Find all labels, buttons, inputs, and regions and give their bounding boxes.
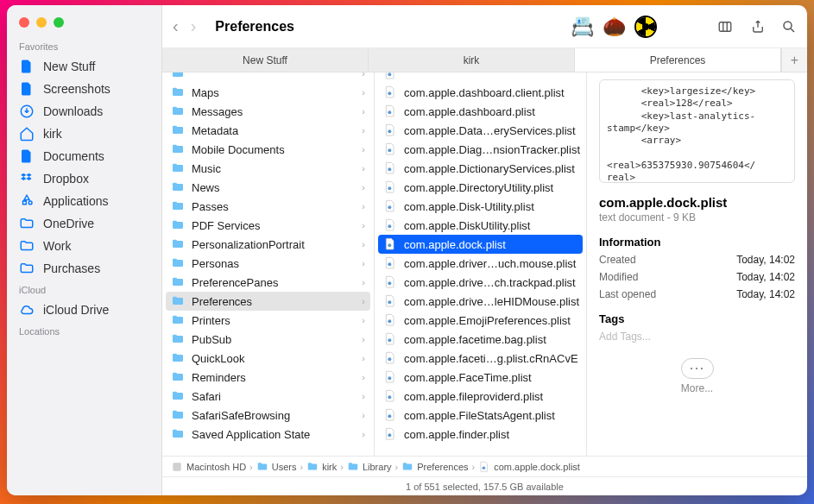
- file-row[interactable]: com.apple.faceti…g.plist.cRnACvE: [375, 349, 586, 368]
- plist-file-icon: [383, 294, 397, 308]
- acorn-app-icon[interactable]: 🌰: [603, 16, 626, 38]
- plist-file-icon: [383, 389, 397, 403]
- path-bar[interactable]: Macintosh HD›Users›kirk›Library›Preferen…: [162, 456, 807, 476]
- file-row[interactable]: com.apple.driver…uch.mouse.plist: [375, 254, 586, 273]
- folder-name: Maps: [192, 86, 219, 99]
- minimize-button[interactable]: [36, 17, 47, 28]
- sidebar-item[interactable]: Documents: [7, 145, 161, 167]
- folder-row[interactable]: Reminders›: [162, 368, 374, 387]
- folder-row[interactable]: Preferences›: [166, 292, 370, 311]
- file-row[interactable]: com.apple.FileStatsAgent.plist: [375, 406, 586, 425]
- folder-row[interactable]: PubSub›: [162, 330, 374, 349]
- folder-row[interactable]: Printers›: [162, 311, 374, 330]
- plist-file-icon: [383, 370, 397, 384]
- file-name: com.apple.facetime.bag.plist: [404, 333, 546, 346]
- file-row[interactable]: com.apple.drive…leHIDMouse.plist: [375, 292, 586, 311]
- status-bar: 1 of 551 selected, 157.5 GB available: [162, 476, 807, 495]
- folder-row[interactable]: PersonalizationPortrait›: [162, 235, 374, 254]
- sidebar-item[interactable]: kirk: [7, 123, 161, 145]
- file-row[interactable]: com.apple.fileproviderd.plist: [375, 387, 586, 406]
- sidebar-item[interactable]: Downloads: [7, 100, 161, 123]
- folder-row[interactable]: Mobile Documents›: [162, 140, 374, 159]
- more-actions-button[interactable]: ⋯: [681, 358, 714, 379]
- folder-row[interactable]: Metadata›: [162, 121, 374, 140]
- folder-row[interactable]: Saved Application State›: [162, 425, 374, 444]
- folder-row[interactable]: Maps›: [162, 83, 374, 102]
- zoom-button[interactable]: [54, 17, 64, 28]
- view-columns-button[interactable]: [716, 19, 735, 35]
- plist-file-icon: [383, 332, 397, 346]
- file-row[interactable]: com.apple.Data…eryServices.plist: [375, 121, 586, 140]
- share-button[interactable]: [750, 19, 766, 35]
- forward-button[interactable]: ›: [191, 16, 197, 36]
- chevron-right-icon: ›: [362, 182, 365, 192]
- back-button[interactable]: ‹: [173, 16, 179, 36]
- file-row[interactable]: com.apple.finder.plist: [375, 425, 586, 444]
- preview-column: <key>largesize</key> <real>128</real> <k…: [587, 72, 807, 456]
- sidebar: FavoritesNew StuffScreenshotsDownloadski…: [7, 5, 162, 495]
- folder-icon: [19, 216, 35, 231]
- scanner-app-icon[interactable]: 📇: [571, 16, 594, 38]
- file-row[interactable]: com.apple.DictionaryServices.plist: [375, 159, 586, 178]
- path-segment[interactable]: kirk: [306, 461, 337, 473]
- chevron-right-icon: ›: [362, 106, 365, 117]
- path-label: Library: [363, 462, 392, 472]
- file-row[interactable]: com.apple.drive…ch.trackpad.plist: [375, 273, 586, 292]
- folder-row[interactable]: PreferencePanes›: [162, 273, 374, 292]
- file-row[interactable]: com.apple.facetime.bag.plist: [375, 330, 586, 349]
- file-name: com.apple.dock.plist: [404, 238, 506, 251]
- folder-row[interactable]: Music›: [162, 159, 374, 178]
- file-name: com.apple.FileStatsAgent.plist: [404, 409, 555, 422]
- sidebar-item[interactable]: Screenshots: [7, 78, 161, 100]
- more-label[interactable]: More...: [599, 382, 795, 394]
- file-row[interactable]: com.apple.Diag…nsionTracker.plist: [375, 140, 586, 159]
- file-row[interactable]: com.apple.dock.plist: [378, 235, 583, 254]
- sidebar-item[interactable]: Work: [7, 235, 161, 257]
- sidebar-item[interactable]: Applications: [7, 190, 161, 212]
- file-row[interactable]: com.apple.dashboard.client.plist: [375, 83, 586, 102]
- tab[interactable]: kirk: [369, 48, 575, 72]
- file-column[interactable]: xcom.apple.dashboard.client.plistcom.app…: [375, 72, 587, 456]
- sidebar-item[interactable]: OneDrive: [7, 212, 161, 235]
- file-row[interactable]: com.apple.DiskUtility.plist: [375, 216, 586, 235]
- sidebar-item[interactable]: Purchases: [7, 257, 161, 280]
- tab[interactable]: Preferences: [575, 48, 781, 72]
- folder-icon: [171, 370, 185, 384]
- file-row[interactable]: com.apple.Disk-Utility.plist: [375, 197, 586, 216]
- chevron-right-icon: ›: [362, 391, 365, 401]
- folder-row[interactable]: News›: [162, 178, 374, 197]
- path-segment[interactable]: com.apple.dock.plist: [478, 461, 580, 473]
- folder-row[interactable]: PDF Services›: [162, 216, 374, 235]
- search-button[interactable]: [781, 19, 797, 35]
- path-segment[interactable]: Users: [256, 461, 297, 473]
- folder-icon: [19, 261, 35, 276]
- sidebar-item[interactable]: New Stuff: [7, 55, 161, 78]
- folder-row[interactable]: Passes›: [162, 197, 374, 216]
- folder-row[interactable]: QuickLook›: [162, 349, 374, 368]
- sidebar-item-label: Work: [43, 239, 71, 253]
- tags-input[interactable]: Add Tags...: [599, 331, 795, 343]
- folder-row[interactable]: Personas›: [162, 254, 374, 273]
- sidebar-item-label: Downloads: [43, 104, 103, 118]
- folder-row[interactable]: Safari›: [162, 387, 374, 406]
- tab[interactable]: New Stuff: [162, 48, 369, 72]
- sidebar-item[interactable]: Dropbox: [7, 167, 161, 190]
- file-row[interactable]: com.apple.EmojiPreferences.plist: [375, 311, 586, 330]
- folder-column[interactable]: x›Maps›Messages›Metadata›Mobile Document…: [162, 72, 375, 456]
- path-segment[interactable]: Preferences: [401, 461, 468, 473]
- chevron-right-icon: ›: [362, 315, 365, 325]
- close-button[interactable]: [19, 17, 29, 28]
- plist-file-icon: [383, 123, 397, 137]
- file-row[interactable]: com.apple.DirectoryUtility.plist: [375, 178, 586, 197]
- folder-name: Messages: [192, 105, 243, 118]
- sidebar-item[interactable]: iCloud Drive: [7, 299, 161, 321]
- file-row[interactable]: com.apple.dashboard.plist: [375, 102, 586, 121]
- file-row[interactable]: com.apple.FaceTime.plist: [375, 368, 586, 387]
- folder-row[interactable]: Messages›: [162, 102, 374, 121]
- path-segment[interactable]: Macintosh HD: [171, 461, 246, 473]
- folder-row[interactable]: SafariSafeBrowsing›: [162, 406, 374, 425]
- chevron-right-icon: ›: [362, 372, 365, 382]
- new-tab-button[interactable]: +: [781, 48, 807, 72]
- radiation-app-icon[interactable]: [634, 16, 657, 38]
- path-segment[interactable]: Library: [347, 461, 392, 473]
